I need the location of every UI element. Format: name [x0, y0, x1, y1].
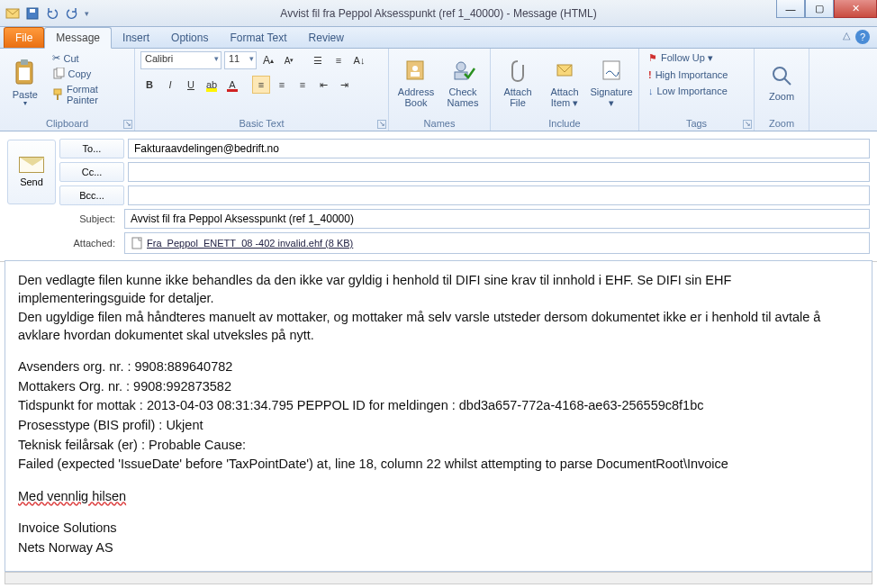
redo-icon[interactable]	[65, 6, 79, 21]
follow-up-button[interactable]: ⚑Follow Up ▾	[645, 51, 731, 65]
svg-rect-8	[54, 89, 61, 95]
body-line-cause-label: Teknisk feilårsak (er) : Probable Cause:	[18, 437, 859, 455]
attach-item-button[interactable]: Attach Item ▾	[543, 51, 586, 111]
qat-chevron-icon[interactable]: ▾	[85, 6, 99, 21]
bullets-button[interactable]: ☰	[309, 51, 327, 69]
to-field[interactable]	[128, 139, 870, 158]
high-importance-button[interactable]: !High Importance	[645, 68, 731, 81]
cut-button[interactable]: ✂Cut	[49, 51, 130, 65]
outlook-icon	[5, 6, 20, 21]
decrease-indent-button[interactable]: ⇤	[314, 76, 332, 94]
high-importance-label: High Importance	[655, 69, 728, 80]
sort-button[interactable]: A↓	[350, 51, 368, 69]
address-book-button[interactable]: Address Book	[394, 51, 438, 111]
paste-label: Paste	[13, 89, 38, 100]
font-size-combo[interactable]: 11	[224, 51, 257, 69]
clipboard-dialog-launcher[interactable]: ↘	[123, 120, 132, 129]
underline-button[interactable]: U	[182, 76, 200, 94]
subject-field[interactable]	[124, 209, 870, 229]
group-include: Attach File Attach Item ▾ Signature ▾ In…	[491, 49, 639, 131]
svg-rect-5	[19, 68, 30, 80]
zoom-icon	[770, 64, 793, 87]
check-names-icon	[450, 58, 475, 83]
bold-button[interactable]: B	[140, 76, 158, 94]
increase-indent-button[interactable]: ⇥	[335, 76, 353, 94]
tab-format-text[interactable]: Format Text	[219, 28, 297, 48]
save-icon[interactable]	[25, 6, 40, 21]
tab-insert[interactable]: Insert	[112, 28, 160, 48]
help-icon[interactable]: ?	[855, 30, 870, 44]
font-combo[interactable]: Calibri	[140, 51, 222, 69]
maximize-button[interactable]: ▢	[805, 0, 834, 18]
svg-rect-12	[411, 72, 420, 77]
shrink-font-button[interactable]: A▾	[280, 51, 298, 69]
attach-file-button[interactable]: Attach File	[496, 51, 539, 111]
grow-font-button[interactable]: A▴	[259, 51, 277, 69]
undo-icon[interactable]	[45, 6, 59, 21]
numbering-button[interactable]: ≡	[330, 51, 348, 69]
format-painter-button[interactable]: Format Painter	[49, 83, 130, 106]
signature-button[interactable]: Signature ▾	[590, 51, 633, 111]
align-right-button[interactable]: ≡	[294, 76, 312, 94]
svg-rect-2	[30, 9, 35, 13]
body-line-process: Prosesstype (BIS profil) : Ukjent	[18, 417, 859, 435]
bcc-field[interactable]	[128, 185, 870, 205]
horizontal-scrollbar[interactable]	[5, 572, 872, 584]
quick-access-toolbar: ▾	[0, 6, 99, 21]
tags-dialog-launcher[interactable]: ↘	[743, 120, 752, 129]
tab-file[interactable]: File	[4, 27, 44, 48]
bcc-button[interactable]: Bcc...	[59, 185, 124, 205]
message-body[interactable]: Den vedlagte filen kunne ikke behandles …	[5, 261, 872, 569]
low-importance-button[interactable]: ↓Low Importance	[645, 85, 731, 97]
group-tags: ⚑Follow Up ▾ !High Importance ↓Low Impor…	[639, 49, 755, 131]
tab-message[interactable]: Message	[44, 27, 112, 49]
cc-button[interactable]: Cc...	[59, 162, 124, 182]
minimize-ribbon-icon[interactable]: △	[843, 30, 850, 44]
check-names-button[interactable]: Check Names	[441, 51, 484, 111]
high-importance-icon: !	[648, 69, 652, 80]
attach-file-label: Attach File	[503, 86, 531, 108]
group-zoom: Zoom Zoom	[755, 49, 809, 131]
svg-line-18	[784, 78, 791, 85]
format-painter-label: Format Painter	[67, 84, 125, 105]
signature-label: Signature ▾	[590, 86, 632, 108]
close-button[interactable]: ✕	[834, 0, 877, 18]
body-sig-1: Invoice Solutions	[18, 520, 859, 538]
send-button[interactable]: Send	[7, 140, 56, 204]
follow-up-label: Follow Up ▾	[661, 52, 713, 64]
flag-icon: ⚑	[648, 52, 657, 64]
svg-rect-7	[57, 68, 64, 77]
copy-button[interactable]: Copy	[49, 67, 130, 81]
tab-review[interactable]: Review	[298, 28, 355, 48]
svg-point-17	[773, 68, 786, 80]
svg-point-13	[457, 62, 466, 71]
attach-file-icon	[507, 58, 529, 83]
attachment-item[interactable]: Fra_Peppol_ENETT_08 -402 invalid.ehf (8 …	[131, 237, 353, 249]
italic-button[interactable]: I	[161, 76, 179, 94]
tab-options[interactable]: Options	[160, 28, 219, 48]
minimize-button[interactable]: —	[776, 0, 805, 18]
attachment-name: Fra_Peppol_ENETT_08 -402 invalid.ehf (8 …	[147, 238, 353, 249]
to-button[interactable]: To...	[59, 139, 124, 158]
highlight-button[interactable]: ab	[203, 76, 221, 94]
address-book-icon	[403, 58, 429, 83]
cc-field[interactable]	[128, 162, 870, 182]
zoom-button[interactable]: Zoom	[760, 51, 803, 111]
ribbon-tabs: File Message Insert Options Format Text …	[0, 27, 877, 49]
group-clipboard: Paste ▾ ✂Cut Copy Format Painter Clipboa…	[0, 49, 135, 131]
font-color-button[interactable]: A	[223, 76, 241, 94]
basic-text-dialog-launcher[interactable]: ↘	[377, 120, 386, 129]
group-basic-text-label: Basic Text	[140, 116, 383, 129]
body-line-timestamp: Tidspunkt for mottak : 2013-04-03 08:31:…	[18, 397, 859, 415]
attach-item-icon	[554, 58, 575, 83]
align-left-button[interactable]: ≡	[252, 76, 270, 94]
align-center-button[interactable]: ≡	[273, 76, 291, 94]
attachment-file-icon	[131, 237, 143, 249]
svg-point-11	[412, 66, 418, 71]
cut-label: Cut	[64, 53, 79, 64]
body-para-2: Den ugyldige filen må håndteres manuelt …	[18, 309, 859, 344]
body-line-cause: Failed (expected 'IssueDate' before 'Tax…	[18, 456, 859, 474]
svg-rect-19	[132, 238, 141, 249]
paste-button[interactable]: Paste ▾	[5, 51, 45, 111]
message-body-area[interactable]: Den vedlagte filen kunne ikke behandles …	[5, 260, 872, 572]
